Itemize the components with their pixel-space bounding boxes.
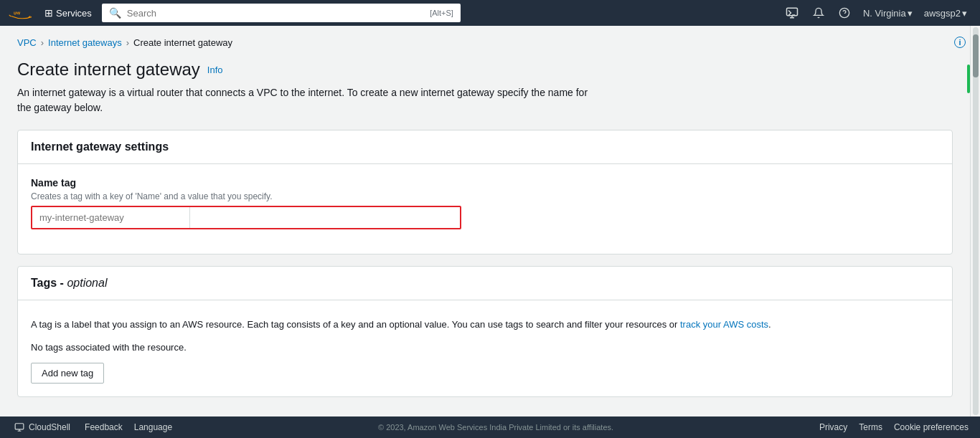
add-tag-button[interactable]: Add new tag [31, 363, 104, 384]
scrollbar-thumb [973, 34, 979, 77]
help-icon-btn[interactable] [833, 4, 856, 22]
info-circle-icon[interactable]: i [954, 37, 966, 48]
tags-description: A tag is a label that you assign to an A… [31, 318, 939, 332]
bell-icon-btn[interactable] [807, 4, 830, 22]
info-link[interactable]: Info [207, 65, 223, 75]
search-bar[interactable]: 🔍 [Alt+S] [102, 4, 461, 22]
scroll-indicator [967, 65, 970, 93]
breadcrumb: VPC › Internet gateways › Create interne… [17, 37, 953, 48]
region-selector[interactable]: N. Virginia ▾ [859, 5, 917, 22]
page-title-text: Create internet gateway [17, 59, 200, 80]
main-content: VPC › Internet gateways › Create interne… [0, 26, 970, 416]
tags-panel-title: Tags - optional [31, 277, 107, 289]
search-shortcut: [Alt+S] [430, 9, 453, 17]
scrollbar[interactable] [970, 26, 980, 416]
name-tag-input-wrapper [31, 206, 461, 229]
page-title: Create internet gateway Info [17, 59, 953, 80]
region-label: N. Virginia [863, 8, 906, 19]
services-menu[interactable]: ⊞ Services [40, 4, 96, 22]
breadcrumb-vpc[interactable]: VPC [17, 37, 37, 48]
tags-optional-dash: - [60, 277, 67, 289]
breadcrumb-internet-gateways[interactable]: Internet gateways [48, 37, 122, 48]
breadcrumb-sep-2: › [126, 37, 129, 48]
svg-rect-0 [786, 8, 797, 16]
account-label: awsgsp2 [924, 8, 961, 19]
tags-desc-text: A tag is a label that you assign to an A… [31, 319, 680, 330]
name-tag-hint: Creates a tag with a key of 'Name' and a… [31, 191, 939, 201]
settings-panel-body: Name tag Creates a tag with a key of 'Na… [18, 164, 952, 254]
name-tag-field: Name tag Creates a tag with a key of 'Na… [31, 177, 939, 229]
track-costs-link[interactable]: track your AWS costs [680, 319, 768, 330]
account-chevron: ▾ [962, 8, 967, 19]
name-tag-value-input[interactable] [190, 207, 460, 228]
region-chevron: ▾ [908, 8, 913, 19]
page-description: An internet gateway is a virtual router … [17, 85, 591, 115]
name-tag-label: Name tag [31, 177, 939, 189]
breadcrumb-current: Create internet gateway [133, 37, 232, 48]
search-icon: 🔍 [109, 7, 121, 19]
main-wrapper: VPC › Internet gateways › Create interne… [0, 26, 980, 416]
no-tags-text: No tags associated with the resource. [31, 342, 939, 353]
scrollbar-track [973, 27, 979, 415]
tags-panel-body: A tag is a label that you assign to an A… [18, 300, 952, 396]
name-tag-input[interactable] [32, 207, 190, 228]
nav-right: N. Virginia ▾ awsgsp2 ▾ [780, 4, 971, 22]
search-input[interactable] [127, 8, 424, 19]
tags-optional-label: optional [67, 277, 107, 289]
breadcrumb-sep-1: › [41, 37, 44, 48]
tags-desc-end: . [768, 319, 771, 330]
cloudshell-icon-btn[interactable] [780, 4, 804, 22]
aws-logo[interactable] [9, 6, 32, 20]
tags-panel: Tags - optional A tag is a label that yo… [17, 266, 953, 397]
services-label: Services [56, 8, 92, 19]
page-info-icon[interactable]: i [954, 36, 966, 48]
account-menu[interactable]: awsgsp2 ▾ [920, 5, 971, 22]
settings-panel-title: Internet gateway settings [31, 141, 169, 153]
settings-panel-header: Internet gateway settings [18, 130, 952, 164]
tags-panel-header: Tags - optional [18, 267, 952, 300]
top-navigation: ⊞ Services 🔍 [Alt+S] [0, 0, 980, 26]
settings-panel: Internet gateway settings Name tag Creat… [17, 130, 953, 254]
